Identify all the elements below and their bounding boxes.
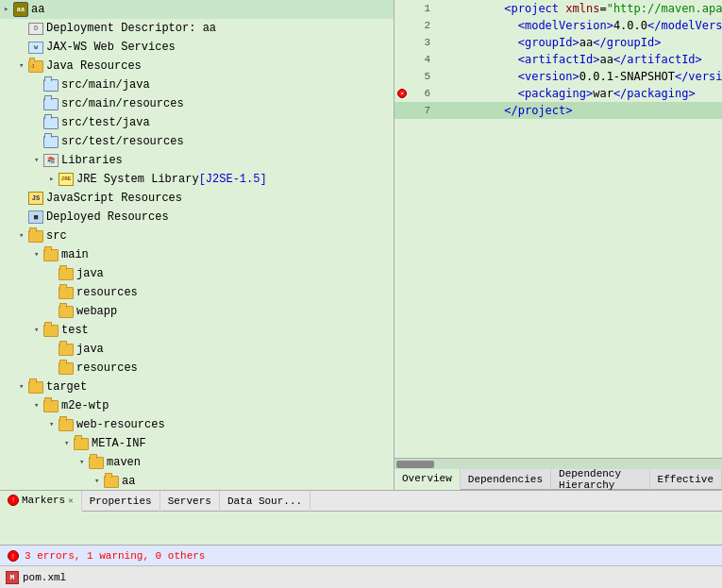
jre-version: [J2SE-1.5] (199, 173, 267, 186)
editor-content[interactable]: 1 <project xmlns="http://maven.apache.or… (395, 0, 722, 458)
tree-item-test-resources[interactable]: resources (0, 359, 394, 378)
tab-overview[interactable]: Overview (395, 469, 461, 490)
tree-label: aa (122, 475, 135, 488)
arrow-icon: ▾ (49, 420, 59, 429)
tree-label: m2e-wtp (61, 399, 109, 412)
folder-icon (59, 362, 74, 375)
tab-dependencies[interactable]: Dependencies (461, 469, 551, 490)
tree-label: src/test/java (61, 116, 150, 129)
folder-icon (59, 306, 74, 318)
tab-data-sources[interactable]: Data Sour... (220, 491, 311, 512)
tree-label: web-resources (76, 418, 165, 431)
tree-item-src-test-resources[interactable]: src/test/resources (0, 132, 394, 151)
tree-item-web-resources[interactable]: ▾ web-resources (0, 415, 394, 434)
arrow-icon: ▾ (19, 231, 28, 241)
tree-item-js-resources[interactable]: JS JavaScript Resources (0, 189, 394, 208)
arrow-icon: ▾ (34, 401, 43, 411)
arrow-spacer (19, 212, 28, 222)
java-resources-icon: J (28, 60, 43, 73)
arrow-icon: ▾ (34, 156, 43, 165)
tab-properties[interactable]: Properties (82, 491, 160, 512)
folder-icon (59, 419, 74, 431)
tree-label: src (46, 229, 67, 243)
descriptor-icon: D (28, 23, 43, 35)
tree-item-src-test-java[interactable]: src/test/java (0, 113, 394, 132)
tab-dependencies-label: Dependencies (468, 474, 543, 485)
tab-effective[interactable]: Effective (650, 469, 722, 490)
tree-item-test[interactable]: ▾ test (0, 321, 394, 340)
tree-label: src/main/resources (61, 97, 184, 110)
src-folder-icon (43, 136, 59, 148)
tree-item-deployment[interactable]: D Deployment Descriptor: aa (0, 19, 394, 38)
arrow-icon: ▾ (19, 61, 28, 71)
tree-item-target[interactable]: ▾ target (0, 378, 394, 396)
tree-item-java[interactable]: java (0, 264, 394, 283)
tree-label: src/main/java (61, 78, 150, 92)
tree-item-m2e-wtp[interactable]: ▾ m2e-wtp (0, 396, 394, 415)
tree-item-java-resources[interactable]: ▾ J Java Resources (0, 57, 394, 76)
arrow-spacer (49, 307, 59, 316)
arrow-spacer (19, 24, 28, 33)
tab-markers[interactable]: ! Markers ✕ (0, 491, 82, 512)
markers-icon: ! (8, 495, 19, 506)
tree-item-resources[interactable]: resources (0, 283, 394, 302)
arrow-spacer (49, 288, 59, 297)
tree-label: target (46, 380, 87, 394)
tree-item-libraries[interactable]: ▾ 📚 Libraries (0, 151, 394, 170)
line-number-5: 5 (410, 71, 436, 82)
folder-icon (43, 249, 59, 261)
arrow-icon: ▸ (49, 175, 59, 184)
folder-icon (43, 325, 59, 337)
tree-item-maven[interactable]: ▾ maven (0, 453, 394, 472)
tab-servers[interactable]: Servers (160, 491, 220, 512)
tree-item-jre[interactable]: ▸ JRE JRE System Library [J2SE-1.5] (0, 170, 394, 189)
arrow-icon: ▾ (34, 250, 43, 260)
folder-icon (28, 230, 43, 243)
tab-data-sources-label: Data Sour... (227, 496, 302, 507)
line-number-6: 6 (410, 88, 436, 99)
tree-item-webapp[interactable]: webapp (0, 302, 394, 321)
tree-item-jaxws[interactable]: W JAX-WS Web Services (0, 38, 394, 57)
scrollbar-thumb[interactable] (396, 461, 434, 468)
editor-panel: 1 <project xmlns="http://maven.apache.or… (395, 0, 722, 490)
arrow-spacer (34, 137, 43, 146)
tree-item-test-java[interactable]: java (0, 340, 394, 359)
folder-icon (89, 457, 104, 469)
folder-icon (59, 344, 74, 356)
tree-item-src-main-java[interactable]: src/main/java (0, 76, 394, 94)
bottom-panel: ! Markers ✕ Properties Servers Data Sour… (0, 490, 722, 565)
project-icon: aa (13, 2, 28, 17)
tree-label: test (61, 324, 89, 337)
tree-label: src/test/resources (61, 135, 184, 148)
tab-dependency-hierarchy-label: Dependency Hierarchy (559, 468, 642, 490)
line-number-3: 3 (410, 37, 436, 48)
folder-icon (59, 268, 74, 280)
tab-dependency-hierarchy[interactable]: Dependency Hierarchy (551, 469, 650, 490)
deployed-icon: ▦ (28, 210, 43, 224)
tree-item-meta-inf[interactable]: ▾ META-INF (0, 434, 394, 453)
tab-properties-label: Properties (90, 496, 152, 507)
src-folder-icon (43, 98, 59, 110)
arrow-icon: ▾ (34, 326, 43, 335)
tree-item-aa[interactable]: ▸ aa aa (0, 0, 394, 19)
arrow-icon: ▾ (64, 439, 74, 448)
tree-item-deployed-resources[interactable]: ▦ Deployed Resources (0, 208, 394, 227)
tab-servers-label: Servers (168, 496, 211, 507)
tree-label: resources (76, 286, 138, 299)
bottom-status-bar: M pom.xml (0, 565, 722, 588)
arrow-spacer (19, 193, 28, 203)
tree-item-main[interactable]: ▾ main (0, 245, 394, 264)
tree-item-aa-maven[interactable]: ▾ aa (0, 472, 394, 490)
line-number-1: 1 (410, 3, 436, 14)
folder-icon (104, 476, 119, 488)
line-number-4: 4 (410, 54, 436, 65)
tree-item-src[interactable]: ▾ src (0, 227, 394, 245)
tab-effective-label: Effective (658, 474, 714, 485)
src-folder-icon (43, 117, 59, 129)
pom-tab-icon: M (6, 571, 19, 584)
arrow-spacer (49, 344, 59, 354)
arrow-icon: ▾ (79, 458, 89, 467)
tree-item-src-main-resources[interactable]: src/main/resources (0, 94, 394, 113)
arrow-spacer (34, 99, 43, 109)
editor-bottom-tabs: Overview Dependencies Dependency Hierarc… (395, 469, 722, 490)
